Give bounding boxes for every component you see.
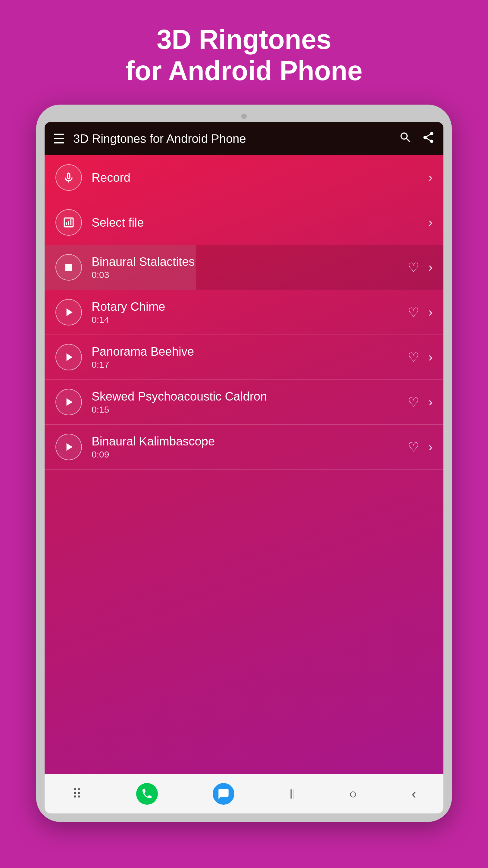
binaural-stalactites-chevron[interactable]: › xyxy=(428,260,432,275)
binaural-stalactites-actions: ♡ › xyxy=(408,260,432,275)
rotary-chime-chevron[interactable]: › xyxy=(428,305,432,319)
svg-rect-0 xyxy=(65,264,72,271)
back-arrow-icon[interactable]: ‹ xyxy=(412,786,416,801)
rotary-chime-icon-circle xyxy=(56,299,82,326)
kalimbascope-icon-circle xyxy=(56,434,82,460)
kalimbascope-title: Binaural Kalimbascope xyxy=(92,435,408,448)
select-file-chevron[interactable]: › xyxy=(428,215,432,230)
rotary-chime-title: Rotary Chime xyxy=(92,300,408,313)
list-item-rotary-chime[interactable]: Rotary Chime 0:14 ♡ › xyxy=(44,290,444,335)
record-icon-circle xyxy=(56,164,82,191)
rotary-chime-actions: ♡ › xyxy=(408,305,432,320)
rotary-chime-duration: 0:14 xyxy=(92,315,408,325)
search-icon[interactable] xyxy=(399,131,412,147)
page-title: 3D Ringtones for Android Phone xyxy=(101,24,387,87)
skewed-icon-circle xyxy=(56,389,82,415)
list-item-skewed-psychoacoustic[interactable]: Skewed Psychoacoustic Caldron 0:15 ♡ › xyxy=(44,380,444,425)
rotary-chime-heart[interactable]: ♡ xyxy=(408,305,419,320)
select-file-actions: › xyxy=(428,215,432,230)
skewed-text: Skewed Psychoacoustic Caldron 0:15 xyxy=(92,390,408,415)
rotary-chime-text: Rotary Chime 0:14 xyxy=(92,300,408,325)
content-area: Record › Select file › xyxy=(44,155,444,774)
skewed-duration: 0:15 xyxy=(92,404,408,415)
menu-icon[interactable]: ☰ xyxy=(53,131,65,147)
record-chevron[interactable]: › xyxy=(428,170,432,185)
record-actions: › xyxy=(428,170,432,185)
list-item-record[interactable]: Record › xyxy=(44,155,444,200)
chat-icon[interactable] xyxy=(213,783,234,805)
list-item-binaural-stalactites[interactable]: Binaural Stalactites 0:03 ♡ › xyxy=(44,245,444,290)
select-file-title: Select file xyxy=(92,216,428,229)
skewed-chevron[interactable]: › xyxy=(428,395,432,409)
panorama-beehive-heart[interactable]: ♡ xyxy=(408,350,419,365)
kalimbascope-duration: 0:09 xyxy=(92,450,408,460)
stop-icon-circle xyxy=(56,254,82,281)
panorama-beehive-text: Panorama Beehive 0:17 xyxy=(92,345,408,370)
panorama-beehive-title: Panorama Beehive xyxy=(92,345,408,358)
kalimbascope-text: Binaural Kalimbascope 0:09 xyxy=(92,435,408,460)
app-bar-actions xyxy=(399,131,435,147)
select-file-text: Select file xyxy=(92,216,428,229)
list-item-panorama-beehive[interactable]: Panorama Beehive 0:17 ♡ › xyxy=(44,335,444,380)
skewed-actions: ♡ › xyxy=(408,395,432,410)
select-file-icon-circle xyxy=(56,209,82,236)
panorama-beehive-icon-circle xyxy=(56,344,82,370)
panorama-beehive-chevron[interactable]: › xyxy=(428,350,432,364)
record-text: Record xyxy=(92,171,428,184)
panorama-beehive-actions: ♡ › xyxy=(408,350,432,365)
home-circle-icon[interactable]: ○ xyxy=(349,786,357,801)
tablet-camera xyxy=(241,114,247,119)
bottom-nav: ⠿ ⦀ ○ ‹ xyxy=(44,774,444,813)
panorama-beehive-duration: 0:17 xyxy=(92,360,408,370)
kalimbascope-actions: ♡ › xyxy=(408,440,432,455)
binaural-stalactites-title: Binaural Stalactites xyxy=(92,255,408,269)
binaural-stalactites-duration: 0:03 xyxy=(92,270,408,280)
binaural-stalactites-text: Binaural Stalactites 0:03 xyxy=(92,255,408,280)
record-title: Record xyxy=(92,171,428,184)
tablet-screen: ☰ 3D Ringtones for Android Phone xyxy=(44,122,444,813)
apps-icon[interactable]: ⠿ xyxy=(72,786,82,802)
app-bar: ☰ 3D Ringtones for Android Phone xyxy=(44,122,444,155)
list-item-select-file[interactable]: Select file › xyxy=(44,200,444,245)
app-bar-title: 3D Ringtones for Android Phone xyxy=(73,132,399,146)
skewed-title: Skewed Psychoacoustic Caldron xyxy=(92,390,408,403)
share-icon[interactable] xyxy=(422,131,435,147)
tablet-device: ☰ 3D Ringtones for Android Phone xyxy=(36,104,452,822)
phone-icon[interactable] xyxy=(136,783,158,805)
binaural-stalactites-heart[interactable]: ♡ xyxy=(408,260,419,275)
kalimbascope-heart[interactable]: ♡ xyxy=(408,440,419,455)
nav-bars-icon[interactable]: ⦀ xyxy=(289,786,294,802)
skewed-heart[interactable]: ♡ xyxy=(408,395,419,410)
kalimbascope-chevron[interactable]: › xyxy=(428,440,432,454)
list-item-binaural-kalimbascope[interactable]: Binaural Kalimbascope 0:09 ♡ › xyxy=(44,425,444,470)
